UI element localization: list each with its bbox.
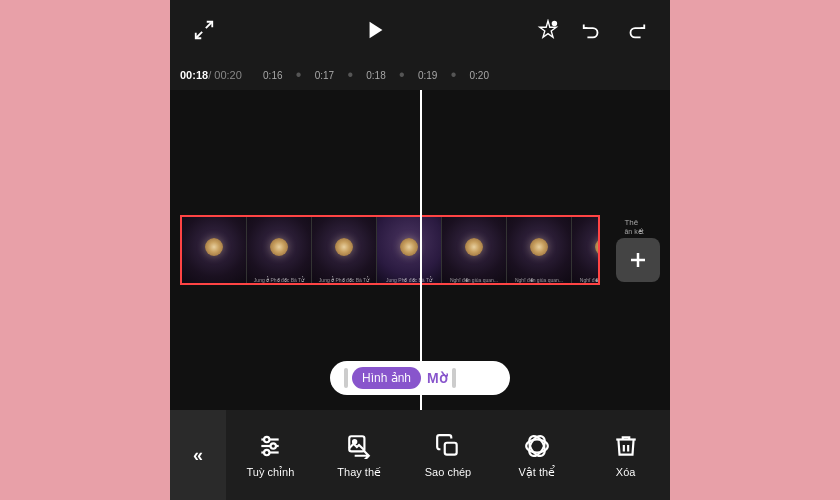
toolbar-right [534,16,650,44]
toolbar-center [362,16,390,44]
tick-2: 0:17 [303,70,345,81]
svg-rect-14 [445,443,457,455]
video-strip[interactable]: Jung ở Phố đốc Bà Tử Jung ở Phố đốc Bà T… [180,215,600,285]
tool-tuy-chinh[interactable]: Tuỳ chỉnh [226,410,315,500]
toolbar-left [190,16,218,44]
bottom-toolbar: « Tuỳ chỉnh [170,410,670,500]
object-icon [523,432,551,460]
tick-5: 0:20 [458,70,500,81]
expand-icon[interactable] [190,16,218,44]
effect-handle-right[interactable] [452,368,456,388]
extra-clip-label: Thêân kết [624,218,643,236]
svg-point-9 [264,436,269,441]
timeline-ruler: 00:18 / 00:20 0:16 • 0:17 • 0:18 • 0:19 … [170,60,670,90]
redo-icon[interactable] [622,16,650,44]
undo-icon[interactable] [578,16,606,44]
bottom-tools: Tuỳ chỉnh Thay thế [226,410,670,500]
video-frame: Nghĩ đến mùa quan... [572,217,600,285]
sao-chep-label: Sao chép [425,466,471,478]
svg-point-11 [264,449,269,454]
video-frame: Jung ở Phố đốc Bà Tử [247,217,312,285]
tool-sao-chep[interactable]: Sao chép [404,410,493,500]
svg-point-10 [271,443,276,448]
video-frame: Jung Phố đốc Bà Tử [377,217,442,285]
add-clip-button[interactable] [616,238,660,282]
tuy-chinh-label: Tuỳ chỉnh [246,466,294,479]
outside-right [670,0,840,500]
svg-marker-2 [370,22,383,39]
svg-point-17 [526,433,548,458]
outside-left [0,0,170,500]
video-frame: Nghĩ đến giúa quan... [507,217,572,285]
effect-strip[interactable]: Hình ảnh Mờ [330,361,510,395]
play-icon[interactable] [362,16,390,44]
thay-the-label: Thay thế [337,466,381,479]
copy-icon [434,432,462,460]
tool-thay-the[interactable]: Thay thế [315,410,404,500]
effect-style: Mờ [427,370,448,386]
back-button[interactable]: « [170,410,226,500]
ruler-ticks: 0:16 • 0:17 • 0:18 • 0:19 • 0:20 [252,66,660,84]
top-toolbar [170,0,670,60]
svg-point-3 [553,22,557,26]
current-time: 00:18 [180,69,208,81]
tool-vat-the[interactable]: Vật thể [492,410,581,500]
effect-strip-container: Hình ảnh Mờ [330,361,510,395]
svg-line-1 [196,32,202,38]
effects-icon[interactable] [534,16,562,44]
video-frame: Nghĩ đến giúa quan... [442,217,507,285]
image-replace-icon [345,432,373,460]
video-frame: Jung ở Phố đốc Bà Tử [312,217,377,285]
total-time: / 00:20 [208,69,242,81]
app-container: 00:18 / 00:20 0:16 • 0:17 • 0:18 • 0:19 … [170,0,670,500]
video-frame [182,217,247,285]
vat-the-label: Vật thể [518,466,555,479]
effect-handle-left[interactable] [344,368,348,388]
tool-xoa[interactable]: Xóa [581,410,670,500]
svg-line-0 [206,22,212,28]
effect-label: Hình ảnh [352,367,421,389]
tick-4: 0:19 [407,70,449,81]
xoa-label: Xóa [616,466,636,478]
sliders-icon [256,432,284,460]
timeline-area[interactable]: Jung ở Phố đốc Bà Tử Jung ở Phố đốc Bà T… [170,90,670,410]
trash-icon [612,432,640,460]
tick-1: 0:16 [252,70,294,81]
tick-3: 0:18 [355,70,397,81]
